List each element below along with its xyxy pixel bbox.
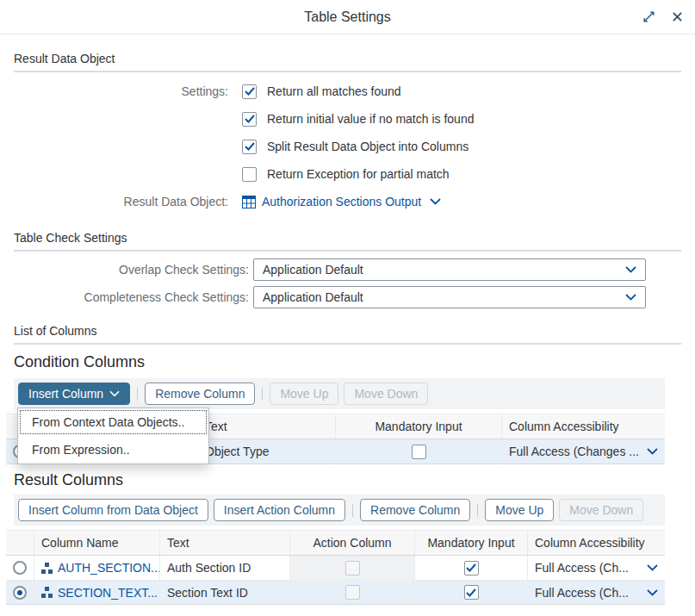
remove-column-button[interactable]: Remove Column (145, 383, 255, 405)
cell-text: Auth Section ID (160, 556, 290, 580)
chevron-down-icon (647, 564, 658, 571)
header-column-accessibility: Column Accessibility (502, 414, 665, 439)
checkbox-return-all-matches[interactable] (242, 84, 257, 99)
insert-action-column-button[interactable]: Insert Action Column (214, 499, 345, 521)
overlap-check-select[interactable]: Application Default (253, 258, 646, 281)
insert-column-button[interactable]: Insert Column (18, 383, 130, 405)
settings-label: Settings: (0, 84, 228, 98)
chevron-down-icon[interactable] (430, 198, 441, 205)
insert-column-menu: From Context Data Objects.. From Express… (17, 408, 209, 464)
table-check-form: Overlap Check Settings: Application Defa… (0, 258, 695, 308)
dialog-header: Table Settings (0, 0, 695, 34)
chevron-down-icon (109, 390, 120, 397)
section-title-list-of-columns: List of Columns (14, 324, 681, 345)
result-columns-heading: Result Columns (14, 471, 681, 489)
checkbox-label: Split Result Data Object into Columns (267, 140, 469, 153)
checkbox-return-exception[interactable] (242, 167, 257, 182)
toolbar-separator (137, 388, 138, 401)
header-actions (642, 0, 683, 34)
mandatory-input-checkbox[interactable] (412, 445, 426, 459)
action-column-checkbox (345, 585, 360, 600)
header-column-name: Column Name (34, 531, 160, 555)
checkbox-split-result-object[interactable] (242, 140, 257, 154)
result-columns-toolbar: Insert Column from Data Object Insert Ac… (14, 495, 665, 526)
condition-columns-toolbar: Insert Column Remove Column Move Up Move… (14, 378, 665, 409)
section-title-table-check-settings: Table Check Settings (14, 231, 681, 252)
column-accessibility-select[interactable]: Full Access (Changes ... (502, 439, 665, 464)
column-name-link[interactable]: AUTH_SECTION... (58, 561, 160, 575)
menu-item-from-context-data-objects[interactable]: From Context Data Objects.. (18, 408, 208, 436)
action-column-checkbox (345, 561, 360, 576)
column-accessibility-select[interactable]: Full Access (Ch... (528, 556, 665, 580)
table-icon (242, 196, 256, 208)
chevron-down-icon (625, 266, 636, 273)
result-table-row[interactable]: SECTION_TEXT... Section Text ID Full Acc… (6, 580, 665, 604)
result-columns-table: Column Name Text Action Column Mandatory… (6, 530, 665, 605)
menu-item-from-expression[interactable]: From Expression.. (18, 436, 208, 464)
chevron-down-icon (647, 448, 658, 455)
result-table-header: Column Name Text Action Column Mandatory… (6, 530, 665, 556)
result-data-object-link[interactable]: Authorization Sections Output (262, 195, 421, 208)
toolbar-separator (352, 504, 353, 517)
header-mandatory-input: Mandatory Input (336, 414, 502, 439)
chevron-down-icon (625, 294, 636, 301)
overlap-check-label: Overlap Check Settings: (0, 263, 249, 277)
insert-column-from-data-object-button[interactable]: Insert Column from Data Object (18, 499, 208, 521)
completeness-check-label: Completeness Check Settings: (0, 290, 249, 304)
section-title-result-data-object: Result Data Object (14, 52, 681, 72)
header-action-column: Action Column (290, 531, 415, 555)
header-text: Text (198, 414, 336, 439)
column-name-link[interactable]: SECTION_TEXT... (58, 586, 158, 600)
condition-columns-section: Insert Column Remove Column Move Up Move… (0, 378, 695, 464)
mandatory-input-checkbox[interactable] (464, 561, 479, 576)
move-up-button[interactable]: Move Up (270, 383, 338, 405)
row-radio-selected[interactable] (13, 586, 27, 600)
header-mandatory-input: Mandatory Input (415, 531, 528, 555)
result-data-object-form: Settings: Return all matches found Retur… (0, 78, 695, 215)
checkbox-label: Return Exception for partial match (267, 167, 450, 181)
result-data-object-label: Result Data Object: (0, 195, 228, 208)
condition-columns-heading: Condition Columns (14, 353, 681, 371)
open-in-new-window-icon[interactable] (642, 9, 656, 24)
result-table-row[interactable]: AUTH_SECTION... Auth Section ID Full Acc… (6, 556, 665, 580)
close-icon[interactable] (672, 11, 683, 22)
column-accessibility-select[interactable]: Full Access (Ch... (528, 581, 665, 604)
checkbox-return-initial-value[interactable] (242, 112, 257, 127)
move-up-button[interactable]: Move Up (485, 499, 554, 521)
checkbox-label: Return initial value if no match is foun… (267, 112, 474, 126)
move-down-button[interactable]: Move Down (559, 499, 643, 521)
toolbar-separator (477, 504, 478, 517)
chevron-down-icon (647, 589, 658, 596)
cell-text: Object Type (198, 439, 336, 464)
completeness-check-select[interactable]: Application Default (253, 286, 646, 308)
dialog-title: Table Settings (304, 9, 391, 25)
header-text: Text (160, 531, 290, 555)
header-column-accessibility: Column Accessibility (528, 531, 665, 555)
remove-column-button[interactable]: Remove Column (360, 499, 470, 521)
row-radio[interactable] (13, 561, 27, 575)
cell-text: Section Text ID (160, 581, 290, 604)
mandatory-input-checkbox[interactable] (464, 585, 479, 600)
checkbox-label: Return all matches found (267, 84, 401, 98)
hierarchy-icon (41, 587, 53, 598)
toolbar-separator (262, 388, 263, 401)
move-down-button[interactable]: Move Down (344, 383, 428, 405)
hierarchy-icon (41, 563, 53, 574)
